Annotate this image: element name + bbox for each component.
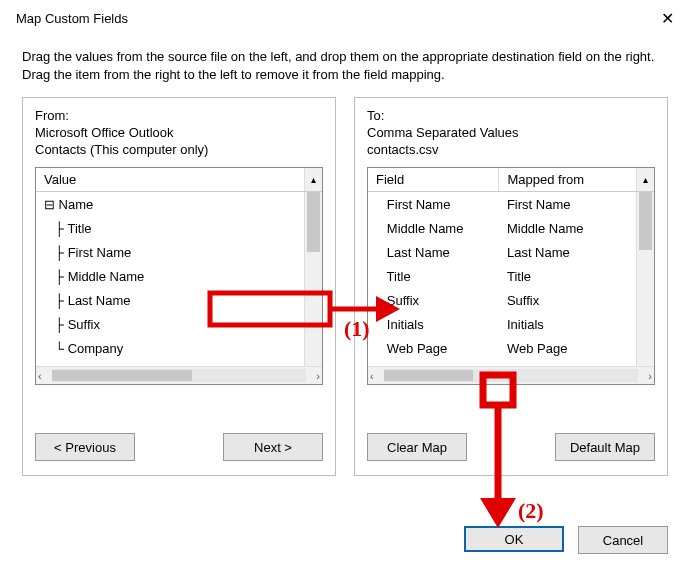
from-horizontal-scrollbar[interactable]: ‹ › <box>36 366 322 384</box>
from-panel: From: Microsoft Office Outlook Contacts … <box>22 97 336 476</box>
to-listbox[interactable]: Field Mapped from ▴ First NameFirst Name… <box>367 167 655 385</box>
scroll-left-icon[interactable]: ‹ <box>38 370 42 382</box>
from-source: Microsoft Office Outlook <box>35 125 323 140</box>
scrollbar-thumb[interactable] <box>384 370 473 381</box>
table-row[interactable]: SuffixSuffix <box>368 288 636 312</box>
to-label: To: <box>367 108 655 123</box>
table-row[interactable]: TitleTitle <box>368 264 636 288</box>
annotation-label-1: (1) <box>344 316 370 342</box>
scroll-up-icon[interactable]: ▴ <box>304 168 322 191</box>
list-item[interactable]: ├ First Name <box>36 240 304 264</box>
scroll-up-icon[interactable]: ▴ <box>636 168 654 191</box>
scrollbar-thumb[interactable] <box>52 370 192 381</box>
from-folder: Contacts (This computer only) <box>35 142 323 157</box>
to-horizontal-scrollbar[interactable]: ‹ › <box>368 366 654 384</box>
scroll-right-icon[interactable]: › <box>648 370 652 382</box>
list-item[interactable]: ├ Last Name <box>36 288 304 312</box>
to-format: Comma Separated Values <box>367 125 655 140</box>
table-row[interactable]: InitialsInitials <box>368 312 636 336</box>
to-filename: contacts.csv <box>367 142 655 157</box>
next-button[interactable]: Next > <box>223 433 323 461</box>
scrollbar-thumb[interactable] <box>307 192 320 252</box>
list-item[interactable]: ⊟ Name <box>36 192 304 216</box>
scroll-left-icon[interactable]: ‹ <box>370 370 374 382</box>
title-bar: Map Custom Fields ✕ <box>0 0 690 36</box>
list-item[interactable]: ├ Middle Name <box>36 264 304 288</box>
list-item[interactable]: └ Company <box>36 336 304 360</box>
cancel-button[interactable]: Cancel <box>578 526 668 554</box>
svg-marker-5 <box>480 498 516 528</box>
from-listbox[interactable]: Value ▴ ⊟ Name ├ Title ├ First Name ├ Mi… <box>35 167 323 385</box>
close-button[interactable]: ✕ <box>644 0 690 36</box>
list-item[interactable]: ├ Suffix <box>36 312 304 336</box>
clear-map-button[interactable]: Clear Map <box>367 433 467 461</box>
table-row[interactable]: Last NameLast Name <box>368 240 636 264</box>
ok-button[interactable]: OK <box>464 526 564 552</box>
table-row[interactable]: Middle NameMiddle Name <box>368 216 636 240</box>
to-panel: To: Comma Separated Values contacts.csv … <box>354 97 668 476</box>
table-row[interactable]: First NameFirst Name <box>368 192 636 216</box>
from-label: From: <box>35 108 323 123</box>
from-vertical-scrollbar[interactable] <box>304 192 322 366</box>
to-header-mapped[interactable]: Mapped from <box>499 172 636 187</box>
to-vertical-scrollbar[interactable] <box>636 192 654 366</box>
scroll-right-icon[interactable]: › <box>316 370 320 382</box>
window-title: Map Custom Fields <box>16 11 644 26</box>
previous-button[interactable]: < Previous <box>35 433 135 461</box>
list-item[interactable]: ├ Title <box>36 216 304 240</box>
scrollbar-thumb[interactable] <box>639 192 652 250</box>
dialog-instructions: Drag the values from the source file on … <box>0 36 690 97</box>
to-header-field[interactable]: Field <box>368 172 498 187</box>
annotation-label-2: (2) <box>518 498 544 524</box>
from-header-value[interactable]: Value <box>36 172 304 187</box>
table-row[interactable]: Web PageWeb Page <box>368 336 636 360</box>
default-map-button[interactable]: Default Map <box>555 433 655 461</box>
